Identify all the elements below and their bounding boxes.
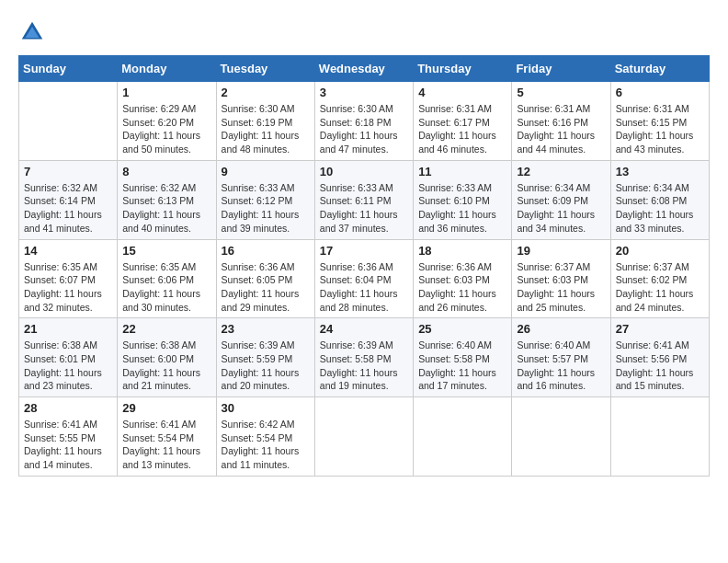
day-number: 14 bbox=[24, 244, 112, 258]
calendar-day-cell: 17Sunrise: 6:36 AM Sunset: 6:04 PM Dayli… bbox=[314, 239, 413, 318]
calendar-day-cell: 16Sunrise: 6:36 AM Sunset: 6:05 PM Dayli… bbox=[216, 239, 314, 318]
calendar-day-cell: 25Sunrise: 6:40 AM Sunset: 5:58 PM Dayli… bbox=[414, 318, 512, 397]
calendar-week-row: 1Sunrise: 6:29 AM Sunset: 6:20 PM Daylig… bbox=[19, 82, 710, 161]
day-number: 16 bbox=[222, 244, 310, 258]
calendar-day-cell: 8Sunrise: 6:32 AM Sunset: 6:13 PM Daylig… bbox=[118, 160, 216, 239]
calendar-day-cell: 18Sunrise: 6:36 AM Sunset: 6:03 PM Dayli… bbox=[414, 239, 512, 318]
calendar-table: SundayMondayTuesdayWednesdayThursdayFrid… bbox=[18, 55, 710, 477]
calendar-day-cell: 19Sunrise: 6:37 AM Sunset: 6:03 PM Dayli… bbox=[512, 239, 610, 318]
calendar-day-cell: 6Sunrise: 6:31 AM Sunset: 6:15 PM Daylig… bbox=[610, 82, 709, 161]
day-number: 21 bbox=[24, 322, 112, 336]
calendar-week-row: 21Sunrise: 6:38 AM Sunset: 6:01 PM Dayli… bbox=[19, 318, 710, 397]
calendar-day-cell: 27Sunrise: 6:41 AM Sunset: 5:56 PM Dayli… bbox=[610, 318, 709, 397]
day-number: 12 bbox=[517, 165, 605, 178]
day-info: Sunrise: 6:38 AM Sunset: 6:00 PM Dayligh… bbox=[122, 339, 210, 393]
calendar-day-cell bbox=[414, 397, 512, 477]
day-number: 25 bbox=[418, 322, 506, 336]
day-number: 30 bbox=[222, 401, 310, 415]
day-number: 4 bbox=[418, 86, 506, 99]
day-of-week-header: Sunday bbox=[19, 56, 118, 82]
day-number: 11 bbox=[418, 165, 506, 178]
day-info: Sunrise: 6:37 AM Sunset: 6:02 PM Dayligh… bbox=[616, 260, 704, 315]
day-of-week-header: Wednesday bbox=[314, 56, 413, 82]
day-info: Sunrise: 6:39 AM Sunset: 5:59 PM Dayligh… bbox=[222, 339, 310, 393]
calendar-day-cell bbox=[512, 397, 610, 477]
calendar-day-cell: 2Sunrise: 6:30 AM Sunset: 6:19 PM Daylig… bbox=[216, 82, 314, 161]
day-number: 6 bbox=[616, 86, 704, 99]
day-number: 19 bbox=[517, 244, 605, 258]
calendar-day-cell: 1Sunrise: 6:29 AM Sunset: 6:20 PM Daylig… bbox=[118, 82, 216, 161]
calendar-day-cell: 22Sunrise: 6:38 AM Sunset: 6:00 PM Dayli… bbox=[118, 318, 216, 397]
day-number: 24 bbox=[320, 322, 408, 336]
day-number: 26 bbox=[517, 322, 605, 336]
day-number: 22 bbox=[122, 322, 210, 336]
calendar-day-cell: 7Sunrise: 6:32 AM Sunset: 6:14 PM Daylig… bbox=[19, 160, 118, 239]
day-of-week-header: Thursday bbox=[414, 56, 512, 82]
day-info: Sunrise: 6:29 AM Sunset: 6:20 PM Dayligh… bbox=[122, 102, 210, 156]
calendar-day-cell: 10Sunrise: 6:33 AM Sunset: 6:11 PM Dayli… bbox=[314, 160, 413, 239]
day-number: 29 bbox=[122, 401, 210, 415]
day-info: Sunrise: 6:31 AM Sunset: 6:16 PM Dayligh… bbox=[517, 102, 605, 156]
day-info: Sunrise: 6:40 AM Sunset: 5:58 PM Dayligh… bbox=[418, 339, 506, 393]
day-info: Sunrise: 6:31 AM Sunset: 6:15 PM Dayligh… bbox=[616, 102, 704, 156]
day-number: 10 bbox=[320, 165, 408, 178]
calendar-day-cell: 21Sunrise: 6:38 AM Sunset: 6:01 PM Dayli… bbox=[19, 318, 118, 397]
calendar-day-cell: 23Sunrise: 6:39 AM Sunset: 5:59 PM Dayli… bbox=[216, 318, 314, 397]
day-number: 3 bbox=[320, 86, 408, 99]
day-info: Sunrise: 6:39 AM Sunset: 5:58 PM Dayligh… bbox=[320, 339, 408, 393]
day-number: 9 bbox=[222, 165, 310, 178]
calendar-day-cell: 24Sunrise: 6:39 AM Sunset: 5:58 PM Dayli… bbox=[314, 318, 413, 397]
day-number: 2 bbox=[222, 86, 310, 99]
day-info: Sunrise: 6:32 AM Sunset: 6:14 PM Dayligh… bbox=[24, 181, 112, 236]
day-info: Sunrise: 6:36 AM Sunset: 6:05 PM Dayligh… bbox=[222, 260, 310, 315]
day-number: 28 bbox=[24, 401, 112, 415]
calendar-day-cell bbox=[19, 82, 118, 161]
calendar-day-cell: 3Sunrise: 6:30 AM Sunset: 6:18 PM Daylig… bbox=[314, 82, 413, 161]
calendar-day-cell: 12Sunrise: 6:34 AM Sunset: 6:09 PM Dayli… bbox=[512, 160, 610, 239]
day-of-week-header: Friday bbox=[512, 56, 610, 82]
calendar-week-row: 7Sunrise: 6:32 AM Sunset: 6:14 PM Daylig… bbox=[19, 160, 710, 239]
calendar-day-cell: 29Sunrise: 6:41 AM Sunset: 5:54 PM Dayli… bbox=[118, 397, 216, 477]
day-of-week-header: Saturday bbox=[610, 56, 709, 82]
calendar-day-cell bbox=[314, 397, 413, 477]
calendar-week-row: 14Sunrise: 6:35 AM Sunset: 6:07 PM Dayli… bbox=[19, 239, 710, 318]
day-info: Sunrise: 6:30 AM Sunset: 6:18 PM Dayligh… bbox=[320, 102, 408, 156]
calendar-day-cell bbox=[610, 397, 709, 477]
calendar-day-cell: 5Sunrise: 6:31 AM Sunset: 6:16 PM Daylig… bbox=[512, 82, 610, 161]
day-number: 18 bbox=[418, 244, 506, 258]
day-number: 15 bbox=[122, 244, 210, 258]
day-number: 1 bbox=[122, 86, 210, 99]
calendar-day-cell: 13Sunrise: 6:34 AM Sunset: 6:08 PM Dayli… bbox=[610, 160, 709, 239]
calendar-day-cell: 30Sunrise: 6:42 AM Sunset: 5:54 PM Dayli… bbox=[216, 397, 314, 477]
calendar-day-cell: 9Sunrise: 6:33 AM Sunset: 6:12 PM Daylig… bbox=[216, 160, 314, 239]
calendar-day-cell: 4Sunrise: 6:31 AM Sunset: 6:17 PM Daylig… bbox=[414, 82, 512, 161]
calendar-day-cell: 14Sunrise: 6:35 AM Sunset: 6:07 PM Dayli… bbox=[19, 239, 118, 318]
day-info: Sunrise: 6:30 AM Sunset: 6:19 PM Dayligh… bbox=[222, 102, 310, 156]
day-number: 27 bbox=[616, 322, 704, 336]
day-info: Sunrise: 6:42 AM Sunset: 5:54 PM Dayligh… bbox=[222, 418, 310, 472]
calendar-day-cell: 26Sunrise: 6:40 AM Sunset: 5:57 PM Dayli… bbox=[512, 318, 610, 397]
day-number: 8 bbox=[122, 165, 210, 178]
day-info: Sunrise: 6:34 AM Sunset: 6:09 PM Dayligh… bbox=[517, 181, 605, 236]
calendar-day-cell: 28Sunrise: 6:41 AM Sunset: 5:55 PM Dayli… bbox=[19, 397, 118, 477]
day-info: Sunrise: 6:41 AM Sunset: 5:56 PM Dayligh… bbox=[616, 339, 704, 393]
logo bbox=[18, 18, 50, 46]
day-number: 20 bbox=[616, 244, 704, 258]
day-info: Sunrise: 6:35 AM Sunset: 6:06 PM Dayligh… bbox=[122, 260, 210, 315]
day-info: Sunrise: 6:33 AM Sunset: 6:12 PM Dayligh… bbox=[222, 181, 310, 236]
day-info: Sunrise: 6:36 AM Sunset: 6:03 PM Dayligh… bbox=[418, 260, 506, 315]
day-of-week-header: Monday bbox=[118, 56, 216, 82]
day-info: Sunrise: 6:41 AM Sunset: 5:54 PM Dayligh… bbox=[122, 418, 210, 472]
calendar-header-row: SundayMondayTuesdayWednesdayThursdayFrid… bbox=[19, 56, 710, 82]
day-info: Sunrise: 6:31 AM Sunset: 6:17 PM Dayligh… bbox=[418, 102, 506, 156]
day-number: 23 bbox=[222, 322, 310, 336]
calendar-week-row: 28Sunrise: 6:41 AM Sunset: 5:55 PM Dayli… bbox=[19, 397, 710, 477]
logo-icon bbox=[18, 18, 46, 46]
day-info: Sunrise: 6:34 AM Sunset: 6:08 PM Dayligh… bbox=[616, 181, 704, 236]
day-info: Sunrise: 6:33 AM Sunset: 6:11 PM Dayligh… bbox=[320, 181, 408, 236]
calendar-day-cell: 15Sunrise: 6:35 AM Sunset: 6:06 PM Dayli… bbox=[118, 239, 216, 318]
day-info: Sunrise: 6:37 AM Sunset: 6:03 PM Dayligh… bbox=[517, 260, 605, 315]
day-number: 5 bbox=[517, 86, 605, 99]
page-header bbox=[18, 18, 710, 46]
day-info: Sunrise: 6:38 AM Sunset: 6:01 PM Dayligh… bbox=[24, 339, 112, 393]
